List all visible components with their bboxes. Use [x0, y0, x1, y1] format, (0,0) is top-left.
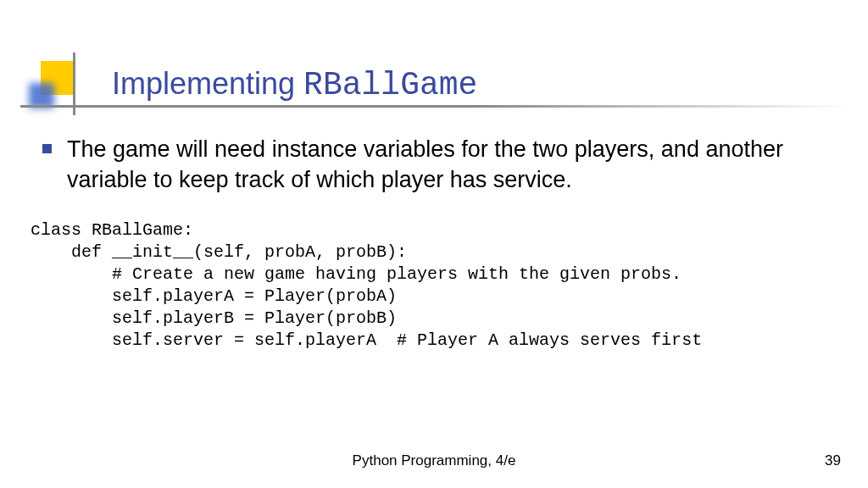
slide-content: The game will need instance variables fo… — [42, 134, 822, 352]
footer-book-title: Python Programming, 4/e — [0, 452, 868, 469]
title-classname: RBallGame — [303, 67, 477, 103]
horizontal-divider — [20, 105, 848, 108]
bullet-text: The game will need instance variables fo… — [67, 134, 822, 196]
slide-decoration — [34, 61, 75, 102]
title-prefix: Implementing — [112, 66, 303, 101]
code-block: class RBallGame: def __init__(self, prob… — [31, 219, 822, 352]
bullet-item: The game will need instance variables fo… — [42, 134, 822, 196]
bullet-marker — [42, 144, 52, 153]
slide-title: Implementing RBallGame — [112, 66, 477, 103]
footer-page-number: 39 — [825, 452, 841, 469]
